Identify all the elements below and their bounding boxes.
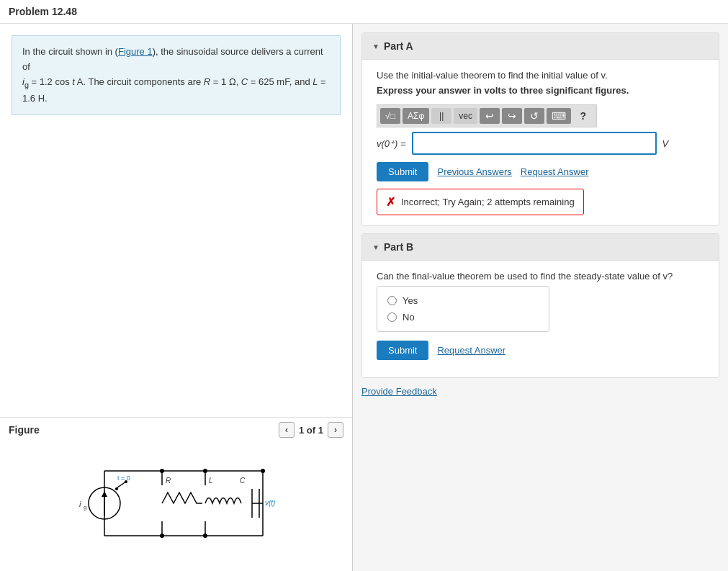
request-answer-link-b[interactable]: Request Answer [437, 345, 505, 356]
svg-point-26 [261, 469, 265, 473]
left-panel: In the circuit shown in (Figure 1), the … [0, 24, 353, 571]
option-yes-label: Yes [403, 295, 418, 306]
math-toolbar: √□ ΑΣφ || vec ↩ ↪ ↺ ⌨ ? [377, 104, 597, 127]
figure-next-button[interactable]: › [328, 422, 343, 438]
svg-marker-10 [102, 491, 107, 497]
toolbar-sigma-btn[interactable]: ΑΣφ [403, 108, 429, 124]
part-b-label: Part B [384, 241, 413, 253]
incorrect-icon: ✗ [386, 195, 395, 209]
submit-button-a[interactable]: Submit [377, 162, 428, 181]
figure-page: 1 of 1 [299, 425, 323, 436]
right-panel: ▼ Part A Use the initial-value theorem t… [353, 24, 728, 571]
svg-point-28 [203, 534, 207, 538]
incorrect-text: Incorrect; Try Again; 2 attempts remaini… [401, 197, 575, 207]
toolbar-help-btn[interactable]: ? [573, 108, 593, 124]
toolbar-redo-btn[interactable]: ↪ [502, 108, 522, 124]
figure-header: Figure ‹ 1 of 1 › [0, 418, 352, 442]
svg-text:L: L [209, 477, 213, 485]
submit-row-b: Submit Request Answer [377, 341, 704, 360]
toolbar-reset-btn[interactable]: ↺ [524, 108, 544, 124]
answer-input[interactable] [412, 132, 657, 155]
part-a-arrow: ▼ [372, 42, 379, 50]
svg-text:g: g [84, 504, 86, 511]
answer-unit: V [662, 138, 669, 149]
svg-point-27 [160, 534, 164, 538]
svg-text:i: i [79, 500, 81, 508]
submit-button-b[interactable]: Submit [377, 341, 428, 360]
svg-text:v(t): v(t) [265, 499, 275, 507]
option-yes-row: Yes [387, 295, 539, 306]
part-a-card: ▼ Part A Use the initial-value theorem t… [361, 32, 719, 226]
figure-link[interactable]: Figure 1 [118, 46, 153, 57]
part-b-card: ▼ Part B Can the final-value theorem be … [361, 233, 719, 378]
toolbar-vec-btn[interactable]: vec [454, 108, 477, 124]
feedback-section: Provide Feedback [361, 385, 719, 397]
part-a-header[interactable]: ▼ Part A [362, 33, 719, 60]
options-box: Yes No [377, 286, 549, 332]
answer-label: v(0⁺) = [377, 138, 406, 149]
svg-text:C: C [240, 477, 246, 485]
option-yes-radio[interactable] [387, 296, 397, 305]
submit-row-a: Submit Previous Answers Request Answer [377, 162, 704, 181]
part-b-body: Can the final-value theorem be used to f… [362, 261, 719, 377]
svg-text:t = 0: t = 0 [117, 475, 130, 482]
svg-point-24 [160, 469, 164, 473]
figure-nav: ‹ 1 of 1 › [279, 422, 343, 438]
request-answer-link-a[interactable]: Request Answer [521, 166, 589, 177]
part-a-body: Use the initial-value theorem to find th… [362, 60, 719, 225]
figure-section: Figure ‹ 1 of 1 › [0, 417, 352, 571]
option-no-radio[interactable] [387, 313, 397, 322]
toolbar-keyboard-btn[interactable]: ⌨ [547, 108, 571, 124]
circuit-diagram: t = 0 i g R L C v(t) [76, 449, 277, 557]
prev-answers-link[interactable]: Previous Answers [437, 166, 511, 177]
part-b-instruction: Can the final-value theorem be used to f… [377, 271, 704, 282]
problem-statement: In the circuit shown in (Figure 1), the … [12, 35, 341, 115]
svg-point-25 [203, 469, 207, 473]
problem-text-1: In the circuit shown in ( [22, 46, 118, 57]
figure-prev-button[interactable]: ‹ [279, 422, 295, 438]
option-no-label: No [403, 312, 415, 323]
part-a-instruction: Use the initial-value theorem to find th… [377, 70, 704, 81]
toolbar-undo-btn[interactable]: ↩ [480, 108, 500, 124]
figure-image: t = 0 i g R L C v(t) [0, 442, 352, 571]
answer-row: v(0⁺) = V [377, 132, 704, 155]
toolbar-sqrt-btn[interactable]: √□ [380, 108, 400, 124]
part-b-header[interactable]: ▼ Part B [362, 234, 719, 261]
svg-point-13 [115, 487, 118, 490]
problem-formula: ig = 1.2 cos t A. The circuit components… [22, 76, 326, 104]
toolbar-matrix-btn[interactable]: || [431, 108, 451, 124]
option-no-row: No [387, 312, 539, 323]
part-b-arrow: ▼ [372, 243, 379, 251]
provide-feedback-link[interactable]: Provide Feedback [361, 383, 437, 400]
incorrect-banner: ✗ Incorrect; Try Again; 2 attempts remai… [377, 189, 584, 215]
svg-text:R: R [166, 477, 171, 485]
figure-label: Figure [9, 424, 40, 436]
part-a-label: Part A [384, 40, 413, 52]
page-title: Problem 12.48 [0, 0, 728, 24]
part-a-bold-instruction: Express your answer in volts to three si… [377, 85, 704, 96]
